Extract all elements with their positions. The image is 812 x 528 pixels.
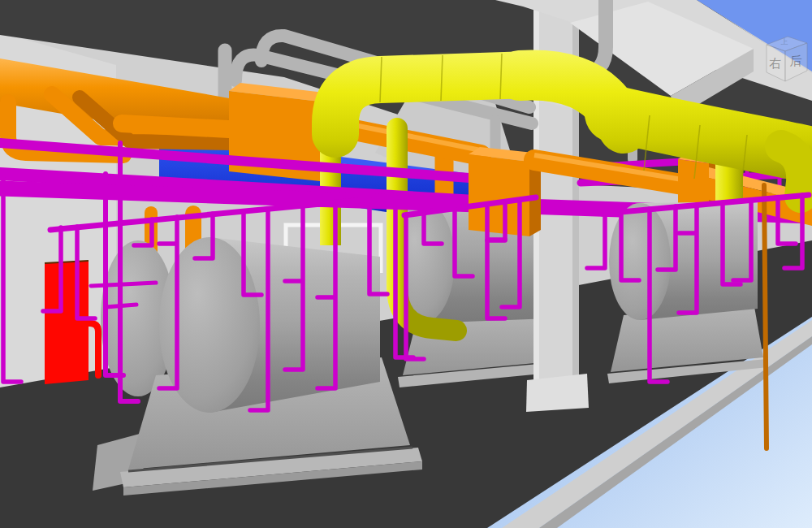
plant-room-3d-scene[interactable] [0,0,812,528]
tank-3-end-cap[interactable] [609,203,671,320]
horizontal-tank-3[interactable] [607,201,768,383]
view-cube-top-label[interactable]: 上 [781,37,788,45]
view-cube-back-label[interactable]: 后 [790,54,802,68]
orange-branch-4[interactable] [122,123,244,130]
column-base [526,374,589,412]
view-cube-right-label[interactable]: 右 [769,56,782,71]
view-cube[interactable]: 上 右 后 [760,34,812,88]
model-viewport[interactable]: 上 右 后 [0,0,812,528]
orange-thin-drop[interactable] [764,185,767,448]
